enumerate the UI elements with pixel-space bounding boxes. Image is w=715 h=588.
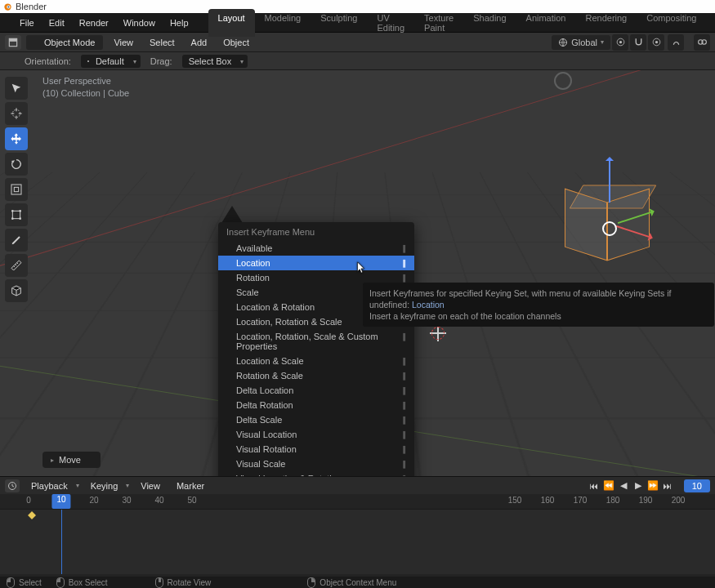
keyframe-menu-item[interactable]: Delta Scale▌ <box>218 412 414 427</box>
submenu-indicator-icon: ▌ <box>403 416 408 424</box>
hdr-add[interactable]: Add <box>185 35 213 50</box>
menu-help[interactable]: Help <box>163 16 195 30</box>
tab-compositing[interactable]: Compositing <box>637 9 706 37</box>
cube-object[interactable] <box>568 180 658 262</box>
tab-texture-paint[interactable]: Texture Paint <box>414 9 463 37</box>
orientation-lbl: Orientation: <box>25 56 71 66</box>
menu-render[interactable]: Render <box>73 16 115 30</box>
hdr-select[interactable]: Select <box>144 35 181 50</box>
svg-point-21 <box>19 210 21 212</box>
keyframe-menu-item[interactable]: Visual Scale▌ <box>218 457 414 471</box>
timeline-ruler[interactable]: 01020304050150160170180190200 10 <box>0 494 715 509</box>
keyframe-menu-item[interactable]: Rotation & Scale▌ <box>218 368 414 383</box>
snap-icon[interactable] <box>630 34 646 51</box>
tab-geometry-nodes[interactable]: Geometry Nodes <box>706 9 715 37</box>
mouse-cursor-icon <box>356 261 366 274</box>
svg-point-23 <box>19 217 21 220</box>
tool-move[interactable] <box>5 127 28 150</box>
playhead[interactable]: 10 <box>51 494 70 509</box>
tl-keying[interactable]: Keying <box>86 479 123 492</box>
jump-first-icon[interactable]: ⏮ <box>588 480 601 492</box>
keyframe-menu-item[interactable]: Visual Location▌ <box>218 427 414 442</box>
tool-transform[interactable] <box>5 203 28 226</box>
tool-measure[interactable] <box>5 254 28 277</box>
keyframe-menu-item[interactable]: Visual Rotation▌ <box>218 442 414 457</box>
editor-type-timeline-icon[interactable] <box>5 479 20 492</box>
orientation-label: Global <box>571 38 597 47</box>
tl-marker[interactable]: Marker <box>172 479 209 492</box>
keyframe-menu-item[interactable]: Delta Rotation▌ <box>218 398 414 412</box>
tool-cursor[interactable] <box>5 102 28 125</box>
keyframe-menu-item[interactable]: Available▌ <box>218 241 414 256</box>
drag-field[interactable]: Select Box ▾ <box>182 55 248 68</box>
tab-rendering[interactable]: Rendering <box>575 9 637 37</box>
keyframe-menu-item[interactable]: Location, Rotation, Scale & Custom Prope… <box>218 329 414 354</box>
insert-keyframe-menu: Insert Keyframe Menu Available▌Location▌… <box>218 222 414 476</box>
tool-annotate[interactable] <box>5 229 28 252</box>
svg-rect-19 <box>12 211 20 218</box>
nav-gizmo-icon[interactable] <box>554 72 572 90</box>
workspace-tabs: Layout Modeling Sculpting UV Editing Tex… <box>208 9 715 37</box>
keyframe-menu-item[interactable]: Location▌ <box>218 256 414 270</box>
ruler-tick: 160 <box>541 496 555 505</box>
tab-modeling[interactable]: Modeling <box>255 9 311 37</box>
tool-add-cube[interactable] <box>5 279 28 302</box>
hdr-object[interactable]: Object <box>217 35 255 50</box>
viewport-perspective: User Perspective <box>42 75 129 87</box>
play-icon[interactable]: ▶ <box>632 480 645 492</box>
transform-orientation-dropdown[interactable]: Global ▾ <box>552 35 610 50</box>
tab-uv-editing[interactable]: UV Editing <box>367 9 414 37</box>
dopesheet-area[interactable] <box>0 509 715 574</box>
scene-link-icon[interactable] <box>694 34 710 51</box>
tooltip-keyword: Location <box>412 300 445 310</box>
keyframe-diamond[interactable] <box>28 511 36 519</box>
menu-file[interactable]: File <box>13 16 41 30</box>
drag-lbl: Drag: <box>150 56 172 66</box>
3d-cursor[interactable] <box>431 327 445 340</box>
status-rotate: Rotate View <box>168 578 212 587</box>
keyframe-menu-item[interactable]: Visual Location & Rotation▌ <box>218 471 414 476</box>
mode-dropdown[interactable]: Object Mode <box>26 35 103 50</box>
tooltip: Insert Keyframes for specified Keying Se… <box>363 283 714 327</box>
tab-layout[interactable]: Layout <box>208 9 255 37</box>
3d-viewport[interactable]: User Perspective (10) Collection | Cube … <box>0 70 715 476</box>
tab-sculpting[interactable]: Sculpting <box>311 9 367 37</box>
tab-animation[interactable]: Animation <box>516 9 576 37</box>
options-icon[interactable] <box>668 34 684 51</box>
hdr-view[interactable]: View <box>108 35 139 50</box>
pivot-icon[interactable] <box>612 34 628 51</box>
mouse-left-icon <box>56 577 65 588</box>
submenu-indicator-icon: ▌ <box>403 431 408 439</box>
submenu-indicator-icon: ▌ <box>403 475 408 476</box>
proportional-edit-icon[interactable] <box>648 34 664 51</box>
current-frame-field[interactable]: 10 <box>684 479 710 492</box>
editor-type-icon[interactable] <box>5 35 21 50</box>
jump-next-key-icon[interactable]: ⏩ <box>646 480 659 492</box>
tl-view[interactable]: View <box>136 479 165 492</box>
tool-scale[interactable] <box>5 178 28 201</box>
gizmo-z-axis[interactable] <box>609 158 610 203</box>
jump-prev-key-icon[interactable]: ⏪ <box>602 480 615 492</box>
tool-rotate[interactable] <box>5 153 28 176</box>
status-box-select: Box Select <box>69 578 108 587</box>
svg-point-2 <box>7 6 9 7</box>
orientation-field[interactable]: Default ▾ <box>81 55 141 68</box>
svg-rect-18 <box>14 187 18 191</box>
keyframe-menu-item[interactable]: Delta Location▌ <box>218 383 414 398</box>
globe-icon <box>558 38 568 47</box>
tab-shading[interactable]: Shading <box>463 9 516 37</box>
gizmo-origin[interactable] <box>602 221 617 236</box>
ruler-tick: 180 <box>606 496 620 505</box>
tl-playback[interactable]: Playback <box>26 479 73 492</box>
chevron-down-icon: ▾ <box>133 58 136 65</box>
tool-select-box[interactable] <box>5 77 28 100</box>
keyframe-menu-item[interactable]: Location & Scale▌ <box>218 354 414 368</box>
jump-last-icon[interactable]: ⏭ <box>661 480 674 492</box>
scrub-line <box>61 510 62 574</box>
ruler-tick: 40 <box>154 496 163 505</box>
svg-point-15 <box>87 60 89 62</box>
play-reverse-icon[interactable]: ◀ <box>617 480 630 492</box>
last-operator-panel[interactable]: ▸ Move <box>42 452 101 468</box>
menu-edit[interactable]: Edit <box>42 16 71 30</box>
menu-window[interactable]: Window <box>117 16 162 30</box>
